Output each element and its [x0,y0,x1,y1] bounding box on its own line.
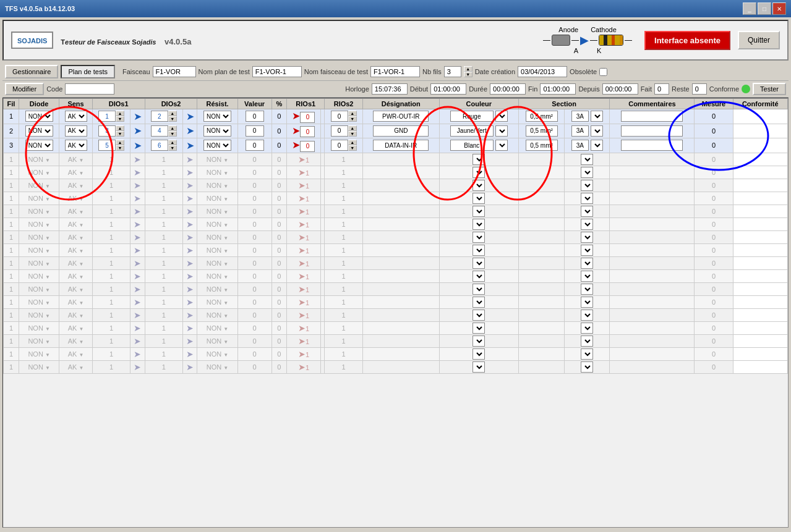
spin-down[interactable]: ▼ [168,116,177,122]
cell-couleur[interactable]: ▼ [439,109,518,124]
cell-section2: ▼ [565,217,610,230]
faisceau-label: Faisceau [122,68,150,75]
cell-resist[interactable]: NON [197,124,237,138]
cell-section [518,230,564,243]
cell-rios1[interactable]: ➤ [287,109,321,124]
cell-valeur[interactable] [237,138,272,153]
date-input[interactable] [518,66,567,77]
cell-dios2[interactable]: ▲ ▼ [145,124,182,138]
tab-gestionnaire[interactable]: Gestionnaire [5,65,58,78]
cell-valeur[interactable] [237,124,272,138]
spin-up[interactable]: ▲ [116,111,124,116]
cell-resist: NON ▼ [197,295,237,308]
spin-up[interactable]: ▲ [116,140,124,145]
cell-sens[interactable]: AK [59,124,93,138]
interface-absente-button[interactable]: Interface absente [644,31,730,50]
cell-section[interactable] [518,109,564,124]
cell-diode[interactable]: NON [19,138,59,153]
nom-faisceau-input[interactable] [370,66,420,77]
minimize-button[interactable]: _ [743,2,756,15]
fin-input[interactable] [540,83,576,95]
cell-designation[interactable] [362,124,439,138]
cell-section[interactable] [518,124,564,138]
cell-dios1[interactable]: ▲ ▼ [92,124,130,138]
cell-sens[interactable]: AK [59,109,93,124]
reste-input[interactable] [692,83,707,95]
tab-plan-de-tests[interactable]: Plan de tests [61,65,115,78]
cell-diode[interactable]: NON [19,124,59,138]
fait-input[interactable] [654,83,669,95]
nb-fils-input[interactable] [444,66,461,77]
nom-plan-input[interactable] [252,66,302,77]
spin-up[interactable]: ▲ [168,125,177,131]
spin-down[interactable]: ▼ [116,116,124,122]
cell-dios1[interactable]: ▲ ▼ [92,138,130,153]
cell-dios1-arrow: ➤ [130,205,145,217]
tester-button[interactable]: Tester [753,83,786,95]
close-button[interactable]: ✕ [772,2,786,15]
cell-rios1[interactable]: ➤ [287,124,321,138]
cell-commentaires[interactable] [610,138,695,153]
modifier-button[interactable]: Modifier [5,83,44,95]
spin-down[interactable]: ▼ [116,145,124,151]
cell-couleur[interactable]: ▼ [439,138,518,153]
cell-diode: NON ▼ [19,308,59,321]
cell-section2[interactable]: ▼ [565,138,610,153]
cell-couleur[interactable]: ▼ [439,124,518,138]
quitter-button[interactable]: Quitter [738,31,780,49]
cell-commentaires [610,166,695,179]
cell-rios2: 1 [325,321,362,334]
debut-input[interactable] [430,83,466,95]
faisceau-input[interactable] [153,66,196,77]
code-input[interactable] [65,83,114,95]
spin-down[interactable]: ▼ [348,116,357,122]
maximize-button[interactable]: □ [758,2,771,15]
cell-diode[interactable]: NON [19,109,59,124]
cell-dios1: 1 [92,217,130,230]
obsolete-checkbox[interactable] [599,68,607,76]
nb-fils-down[interactable]: ▼ [464,72,472,77]
spin-up[interactable]: ▲ [348,111,357,116]
cell-section [518,192,564,205]
arrow-icon: ➤ [186,111,194,122]
cell-dios1-arrow: ➤ [130,256,145,269]
cell-sens[interactable]: AK [59,138,93,153]
cell-commentaires[interactable] [610,109,695,124]
cell-designation [362,256,439,269]
cell-section2[interactable]: ▼ [565,109,610,124]
cell-dios2[interactable]: ▲ ▼ [145,109,182,124]
cell-section2: ▼ [565,308,610,321]
horloge-input[interactable] [372,83,408,95]
spin-up[interactable]: ▲ [116,125,124,131]
cell-percent: 0 [272,308,287,321]
cell-dios1[interactable]: ▲ ▼ [92,109,130,124]
cell-valeur: 0 [237,295,272,308]
cell-dios1: 1 [92,230,130,243]
cell-rios2: 1 [325,230,362,243]
duree-input[interactable] [490,83,526,95]
cell-designation[interactable] [362,138,439,153]
cell-resist[interactable]: NON [197,138,237,153]
cell-rios2: 1 [325,308,362,321]
cell-valeur[interactable] [237,109,272,124]
depuis-input[interactable] [602,83,638,95]
cell-section2[interactable]: ▼ [565,124,610,138]
nb-fils-up[interactable]: ▲ [464,66,472,72]
spin-up[interactable]: ▲ [168,111,177,116]
cell-section[interactable] [518,138,564,153]
cell-dios2[interactable]: ▲ ▼ [145,138,182,153]
spin-down[interactable]: ▼ [168,131,177,137]
spin-up[interactable]: ▲ [348,125,357,131]
cell-resist[interactable]: NON [197,109,237,124]
nb-fils-spinner[interactable]: ▲ ▼ [464,66,472,77]
cell-designation[interactable] [362,109,439,124]
spin-up[interactable]: ▲ [348,140,357,145]
spin-down[interactable]: ▼ [348,131,357,137]
spin-down[interactable]: ▼ [348,145,357,151]
cell-commentaires[interactable] [610,124,695,138]
spin-down[interactable]: ▼ [168,145,177,151]
cell-rios1[interactable]: ➤ [287,138,321,153]
cell-section2: ▼ [565,205,610,217]
spin-down[interactable]: ▼ [116,131,124,137]
spin-up[interactable]: ▲ [168,140,177,145]
